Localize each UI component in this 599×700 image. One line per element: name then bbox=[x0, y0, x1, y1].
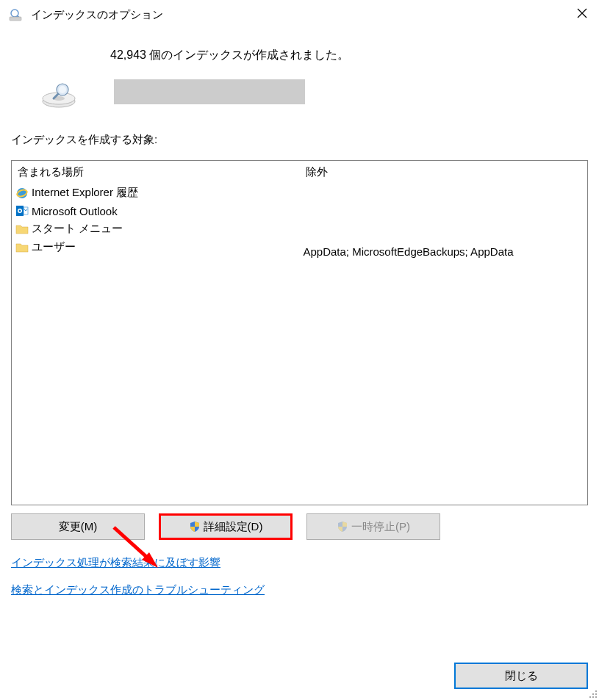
table-row[interactable]: Microsoft Outlook bbox=[12, 202, 300, 220]
titlebar: インデックスのオプション bbox=[0, 0, 599, 29]
redacted-status-bar bbox=[114, 79, 305, 104]
outlook-icon bbox=[15, 204, 29, 217]
svg-point-17 bbox=[595, 690, 597, 692]
svg-point-18 bbox=[592, 693, 594, 695]
svg-point-16 bbox=[19, 210, 21, 212]
locations-table: 含まれる場所 Internet Explorer 履歴 bbox=[11, 160, 588, 505]
resize-grip[interactable] bbox=[587, 688, 598, 699]
index-options-icon bbox=[9, 7, 24, 22]
location-label: Microsoft Outlook bbox=[32, 205, 118, 217]
modify-button[interactable]: 変更(M) bbox=[11, 513, 145, 540]
ie-icon bbox=[15, 187, 29, 200]
button-row: 変更(M) 詳細設定(D) 一時停止(P) bbox=[11, 513, 588, 540]
svg-rect-2 bbox=[10, 17, 21, 21]
troubleshoot-link[interactable]: 検索とインデックス作成のトラブルシューティング bbox=[11, 583, 265, 597]
shield-icon bbox=[337, 521, 348, 533]
target-label: インデックスを作成する対象: bbox=[11, 133, 588, 147]
svg-point-21 bbox=[592, 696, 594, 698]
advanced-label: 詳細設定(D) bbox=[204, 520, 263, 534]
advanced-button[interactable]: 詳細設定(D) bbox=[159, 513, 293, 540]
location-label: ユーザー bbox=[32, 240, 76, 254]
excluded-cell bbox=[300, 223, 588, 243]
excluded-cell bbox=[300, 184, 588, 203]
modify-label: 変更(M) bbox=[59, 520, 98, 534]
index-count-text: 42,943 個のインデックスが作成されました。 bbox=[110, 48, 349, 63]
location-label: スタート メニュー bbox=[32, 222, 123, 236]
svg-point-19 bbox=[595, 693, 597, 695]
status-area: 42,943 個のインデックスが作成されました。 bbox=[11, 48, 588, 63]
pause-button: 一時停止(P) bbox=[306, 513, 440, 540]
effect-link[interactable]: インデックス処理が検索結果に及ぼす影響 bbox=[11, 556, 220, 570]
footer: 閉じる bbox=[454, 663, 588, 689]
drive-search-icon bbox=[40, 81, 77, 111]
table-row[interactable]: Internet Explorer 履歴 bbox=[12, 184, 300, 202]
pause-label: 一時停止(P) bbox=[351, 520, 410, 534]
close-button[interactable] bbox=[565, 0, 599, 26]
links-area: インデックス処理が検索結果に及ぼす影響 検索とインデックス作成のトラブルシューテ… bbox=[11, 556, 588, 610]
excluded-column-header[interactable]: 除外 bbox=[300, 161, 588, 184]
folder-icon bbox=[15, 223, 29, 236]
svg-point-22 bbox=[595, 696, 597, 698]
excluded-cell bbox=[300, 203, 588, 223]
svg-point-9 bbox=[59, 86, 66, 93]
excluded-cell: AppData; MicrosoftEdgeBackups; AppData bbox=[300, 243, 588, 263]
included-column-header[interactable]: 含まれる場所 bbox=[12, 161, 300, 184]
shield-icon bbox=[189, 521, 201, 533]
svg-point-20 bbox=[589, 696, 591, 698]
folder-icon bbox=[15, 241, 29, 254]
window-title: インデックスのオプション bbox=[31, 8, 163, 22]
location-label: Internet Explorer 履歴 bbox=[32, 186, 138, 200]
table-row[interactable]: ユーザー bbox=[12, 238, 300, 256]
close-footer-button[interactable]: 閉じる bbox=[454, 663, 588, 689]
table-row[interactable]: スタート メニュー bbox=[12, 220, 300, 238]
